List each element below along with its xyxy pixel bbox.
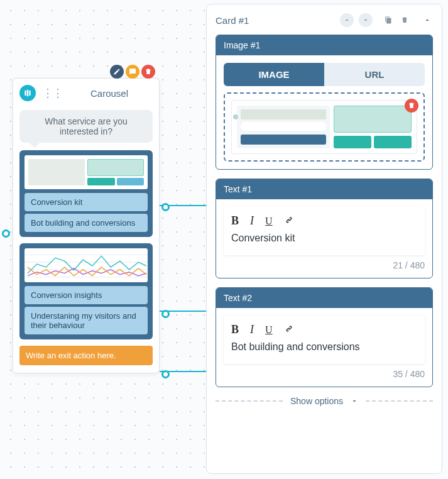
node-actions bbox=[110, 65, 155, 79]
options-icon[interactable]: ⋮⋮ bbox=[42, 86, 62, 100]
chevron-down-icon bbox=[351, 397, 358, 405]
card-2-button-1[interactable]: Conversion insights bbox=[25, 286, 148, 304]
image-dropzone[interactable] bbox=[224, 92, 425, 162]
image-preview bbox=[231, 100, 417, 154]
text-1-section: Text #1 B I U Conversion kit 21 / 480 bbox=[216, 179, 433, 278]
text-2-section: Text #2 B I U Bot building and conversio… bbox=[216, 287, 433, 387]
card-2[interactable]: Conversion insights Understaning my visi… bbox=[19, 243, 153, 339]
exit-action-input[interactable]: Write an exit action here. bbox=[19, 346, 153, 365]
tab-image[interactable]: IMAGE bbox=[224, 63, 324, 86]
text-2-title: Text #2 bbox=[216, 288, 432, 308]
card-1-button-1[interactable]: Conversion kit bbox=[25, 193, 148, 211]
remove-image-button[interactable] bbox=[405, 99, 418, 113]
move-up-button[interactable] bbox=[340, 13, 354, 27]
collapse-button[interactable] bbox=[422, 14, 433, 26]
delete-card-button[interactable] bbox=[399, 14, 410, 26]
image-tabs: IMAGE URL bbox=[224, 63, 425, 86]
text-2-input[interactable]: Bot building and conversions bbox=[231, 341, 417, 361]
port-out-card-1[interactable] bbox=[161, 203, 170, 211]
carousel-node[interactable]: ⋮⋮ Carousel What service are you interes… bbox=[13, 78, 160, 373]
text-1-title: Text #1 bbox=[216, 179, 432, 199]
text-2-toolbar: B I U bbox=[231, 323, 417, 336]
port-in[interactable] bbox=[2, 229, 10, 238]
text-2-count: 35 / 480 bbox=[224, 369, 425, 379]
link-button[interactable] bbox=[284, 215, 294, 228]
delete-button[interactable] bbox=[141, 65, 155, 79]
italic-button[interactable]: I bbox=[250, 214, 254, 228]
underline-button[interactable]: U bbox=[265, 216, 273, 227]
panel-title: Card #1 bbox=[216, 15, 336, 26]
image-section-title: Image #1 bbox=[216, 35, 432, 55]
move-down-button[interactable] bbox=[359, 13, 373, 27]
carousel-icon bbox=[19, 85, 36, 101]
bold-button[interactable]: B bbox=[231, 214, 239, 228]
card-2-thumbnail bbox=[25, 248, 148, 282]
node-header: ⋮⋮ Carousel bbox=[13, 79, 159, 107]
card-editor-panel: Card #1 Image #1 bbox=[206, 4, 442, 474]
edit-button[interactable] bbox=[110, 65, 124, 79]
node-title: Carousel bbox=[68, 88, 150, 99]
card-1[interactable]: Conversion kit Bot building and conversi… bbox=[19, 150, 153, 237]
show-options-label: Show options bbox=[290, 396, 343, 406]
card-2-button-2[interactable]: Understaning my visitors and their behav… bbox=[25, 307, 148, 334]
tab-url[interactable]: URL bbox=[324, 63, 425, 86]
card-1-thumbnail bbox=[25, 155, 148, 189]
comment-button[interactable] bbox=[126, 65, 139, 79]
text-1-input[interactable]: Conversion kit bbox=[231, 233, 417, 253]
link-button[interactable] bbox=[284, 324, 294, 336]
duplicate-button[interactable] bbox=[383, 14, 394, 26]
show-options-toggle[interactable]: Show options bbox=[216, 396, 433, 406]
underline-button[interactable]: U bbox=[265, 324, 273, 336]
prompt-message[interactable]: What service are you interested in? bbox=[19, 110, 153, 143]
text-1-toolbar: B I U bbox=[231, 214, 417, 228]
bold-button[interactable]: B bbox=[231, 323, 239, 336]
image-section: Image #1 IMAGE URL bbox=[216, 35, 433, 170]
card-1-button-2[interactable]: Bot building and conversions bbox=[25, 214, 148, 232]
port-out-card-2[interactable] bbox=[161, 310, 170, 318]
italic-button[interactable]: I bbox=[250, 323, 254, 336]
text-1-count: 21 / 480 bbox=[224, 260, 425, 270]
port-out-exit[interactable] bbox=[161, 370, 170, 378]
